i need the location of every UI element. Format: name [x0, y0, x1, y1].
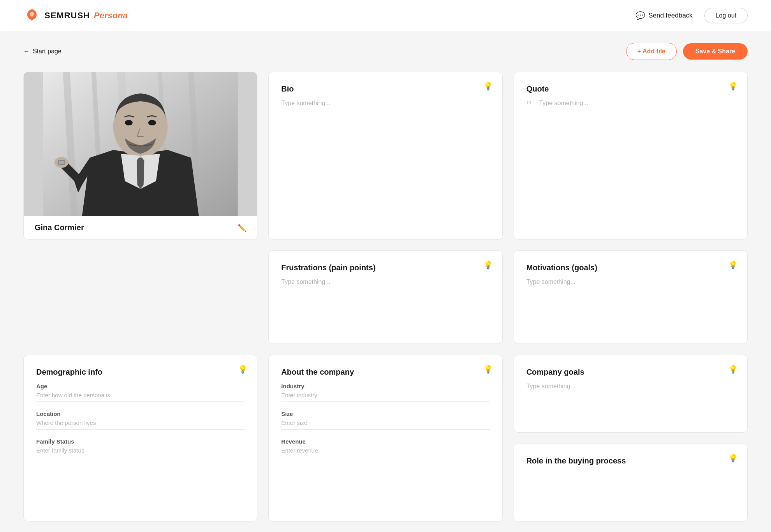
about-company-bulb-icon: 💡: [483, 365, 493, 374]
frustrations-card: 💡 Frustrations (pain points) Type someth…: [268, 250, 502, 344]
save-share-button[interactable]: Save & Share: [683, 43, 748, 60]
size-input[interactable]: Enter size: [281, 419, 489, 430]
family-status-label: Family Status: [36, 438, 245, 445]
cards-grid: Gina Cormier ✏️ 💡 Bio Type something... …: [23, 72, 748, 240]
bio-card: 💡 Bio Type something...: [268, 72, 502, 240]
size-label: Size: [281, 410, 489, 417]
quote-card: 💡 Quote " Type something...: [514, 72, 748, 240]
logo-semrush-text: SEMRUSH: [44, 11, 90, 21]
logout-button[interactable]: Log out: [704, 8, 748, 23]
industry-input[interactable]: Enter industry: [281, 392, 489, 402]
role-buying-title: Role in the buying process: [526, 456, 735, 465]
role-buying-bulb-icon: 💡: [728, 453, 738, 463]
location-input[interactable]: Where the person lives: [36, 419, 245, 430]
bio-title: Bio: [281, 85, 489, 93]
quote-title: Quote: [526, 85, 735, 93]
company-goals-placeholder[interactable]: Type something...: [526, 383, 735, 390]
age-field: Age Enter how old the persona is: [36, 383, 245, 402]
arrow-left-icon: ←: [23, 48, 30, 55]
demographic-card: 💡 Demographic info Age Enter how old the…: [23, 355, 257, 521]
revenue-label: Revenue: [281, 438, 489, 445]
persona-name: Gina Cormier: [35, 223, 84, 232]
motivations-bulb-icon: 💡: [728, 260, 738, 270]
revenue-field: Revenue Enter revenue: [281, 438, 489, 457]
frustrations-title: Frustrations (pain points): [281, 263, 489, 272]
bio-placeholder[interactable]: Type something...: [281, 100, 489, 107]
quote-symbol: ": [526, 100, 532, 114]
right-column: 💡 Company goals Type something... 💡 Role…: [514, 355, 748, 521]
quote-placeholder[interactable]: Type something...: [539, 100, 588, 107]
role-buying-card: 💡 Role in the buying process: [514, 444, 748, 521]
start-page-label: Start page: [33, 48, 62, 55]
about-company-title: About the company: [281, 368, 489, 377]
toolbar: ← Start page + Add tile Save & Share: [0, 31, 771, 68]
age-input[interactable]: Enter how old the persona is: [36, 392, 245, 402]
quote-content: " Type something...: [526, 100, 735, 114]
toolbar-right: + Add tile Save & Share: [626, 43, 748, 60]
header-right: 💬 Send feedback Log out: [635, 8, 748, 23]
age-label: Age: [36, 383, 245, 389]
semrush-logo-icon: [23, 7, 40, 24]
demographic-title: Demographic info: [36, 368, 245, 377]
logo-persona-text: Persona: [94, 11, 128, 21]
family-status-input[interactable]: Enter family status: [36, 447, 245, 457]
header: SEMRUSH Persona 💬 Send feedback Log out: [0, 0, 771, 31]
industry-field: Industry Enter industry: [281, 383, 489, 402]
svg-point-11: [148, 120, 156, 125]
main-content: Gina Cormier ✏️ 💡 Bio Type something... …: [0, 68, 771, 532]
motivations-card: 💡 Motivations (goals) Type something...: [514, 250, 748, 344]
persona-footer: Gina Cormier ✏️: [24, 216, 257, 239]
persona-image[interactable]: [24, 72, 257, 216]
quote-bulb-icon: 💡: [728, 81, 738, 91]
about-company-card: 💡 About the company Industry Enter indus…: [268, 355, 502, 521]
persona-card: Gina Cormier ✏️: [23, 72, 257, 240]
frustrations-placeholder[interactable]: Type something...: [281, 278, 489, 285]
send-feedback-button[interactable]: 💬 Send feedback: [635, 11, 692, 20]
revenue-input[interactable]: Enter revenue: [281, 447, 489, 457]
svg-rect-14: [59, 161, 64, 164]
motivations-title: Motivations (goals): [526, 263, 735, 272]
logo-area: SEMRUSH Persona: [23, 7, 128, 24]
company-goals-bulb-icon: 💡: [728, 365, 738, 374]
cards-grid-row3: 💡 Demographic info Age Enter how old the…: [23, 355, 748, 521]
cards-grid-row2: 💡 Frustrations (pain points) Type someth…: [23, 250, 748, 344]
frustrations-bulb-icon: 💡: [483, 260, 493, 270]
size-field: Size Enter size: [281, 410, 489, 430]
add-tile-button[interactable]: + Add tile: [626, 43, 677, 60]
persona-photo: [24, 72, 257, 216]
send-feedback-label: Send feedback: [648, 12, 692, 19]
bio-bulb-icon: 💡: [483, 81, 493, 91]
family-status-field: Family Status Enter family status: [36, 438, 245, 457]
demographic-bulb-icon: 💡: [238, 365, 248, 374]
svg-point-10: [125, 120, 133, 125]
start-page-button[interactable]: ← Start page: [23, 48, 62, 55]
motivations-placeholder[interactable]: Type something...: [526, 278, 735, 285]
feedback-chat-icon: 💬: [635, 11, 645, 20]
edit-icon[interactable]: ✏️: [238, 224, 246, 232]
company-goals-card: 💡 Company goals Type something...: [514, 355, 748, 433]
location-label: Location: [36, 410, 245, 417]
company-goals-title: Company goals: [526, 368, 735, 377]
industry-label: Industry: [281, 383, 489, 389]
location-field: Location Where the person lives: [36, 410, 245, 430]
